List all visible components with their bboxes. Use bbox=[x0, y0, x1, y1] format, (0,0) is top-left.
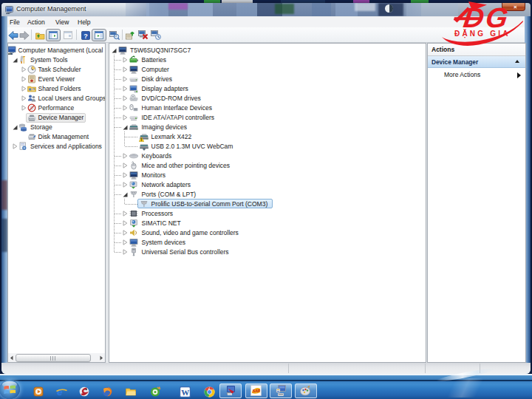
svg-text:e: e bbox=[57, 386, 63, 397]
svg-text:SAP: SAP bbox=[253, 389, 261, 393]
svg-text:W: W bbox=[181, 388, 189, 397]
svg-text:?: ? bbox=[83, 33, 88, 40]
